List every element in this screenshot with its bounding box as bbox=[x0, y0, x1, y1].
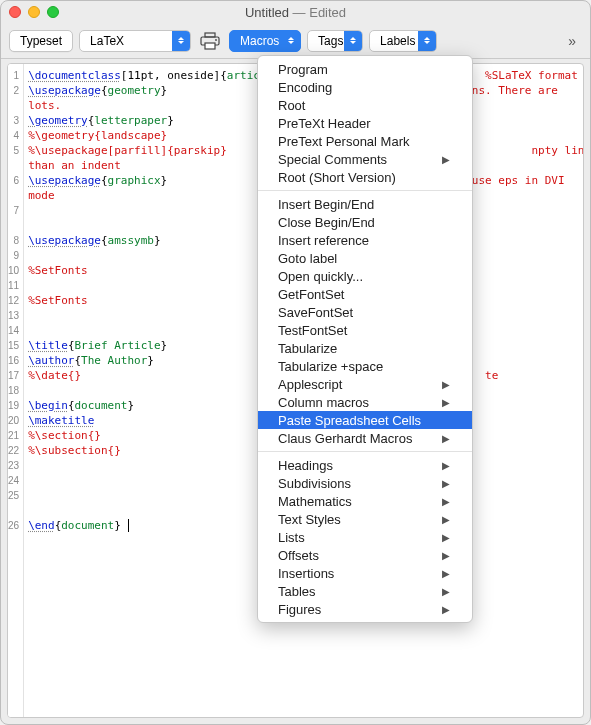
menu-item-label: SaveFontSet bbox=[278, 305, 353, 320]
window-controls bbox=[9, 6, 59, 18]
svg-point-3 bbox=[215, 39, 217, 41]
menu-item-label: Tabularize bbox=[278, 341, 337, 356]
menu-item[interactable]: Encoding bbox=[258, 78, 472, 96]
menu-item[interactable]: Open quickly... bbox=[258, 267, 472, 285]
menu-item[interactable]: Headings▶ bbox=[258, 456, 472, 474]
menu-item-label: Goto label bbox=[278, 251, 337, 266]
menu-item[interactable]: Root (Short Version) bbox=[258, 168, 472, 186]
chevron-updown-icon bbox=[344, 31, 362, 51]
menu-item[interactable]: Lists▶ bbox=[258, 528, 472, 546]
menu-item-label: Column macros bbox=[278, 395, 369, 410]
typeset-button[interactable]: Typeset bbox=[9, 30, 73, 52]
zoom-icon[interactable] bbox=[47, 6, 59, 18]
menu-item-label: Headings bbox=[278, 458, 333, 473]
line-number bbox=[8, 158, 19, 173]
line-number: 6 bbox=[8, 173, 19, 188]
submenu-arrow-icon: ▶ bbox=[442, 397, 450, 408]
menu-item-label: Insert Begin/End bbox=[278, 197, 374, 212]
line-number bbox=[8, 533, 19, 548]
menu-item[interactable]: Goto label bbox=[258, 249, 472, 267]
line-number: 1 bbox=[8, 68, 19, 83]
typeset-label: Typeset bbox=[20, 34, 62, 48]
menu-item[interactable]: Column macros▶ bbox=[258, 393, 472, 411]
line-number: 7 bbox=[8, 203, 19, 218]
line-number: 20 bbox=[8, 413, 19, 428]
menu-item[interactable]: Subdivisions▶ bbox=[258, 474, 472, 492]
menu-item[interactable]: Tabularize bbox=[258, 339, 472, 357]
menu-item[interactable]: SaveFontSet bbox=[258, 303, 472, 321]
menu-item[interactable]: Insertions▶ bbox=[258, 564, 472, 582]
line-number bbox=[8, 218, 19, 233]
menu-item-label: Root bbox=[278, 98, 305, 113]
menu-item[interactable]: Text Styles▶ bbox=[258, 510, 472, 528]
engine-popup[interactable]: LaTeX bbox=[79, 30, 191, 52]
menu-item[interactable]: Applescript▶ bbox=[258, 375, 472, 393]
line-number: 18 bbox=[8, 383, 19, 398]
menu-item[interactable]: Offsets▶ bbox=[258, 546, 472, 564]
minimize-icon[interactable] bbox=[28, 6, 40, 18]
line-number: 8 bbox=[8, 233, 19, 248]
menu-item[interactable]: Figures▶ bbox=[258, 600, 472, 618]
labels-popup[interactable]: Labels bbox=[369, 30, 437, 52]
submenu-arrow-icon: ▶ bbox=[442, 514, 450, 525]
line-number: 11 bbox=[8, 278, 19, 293]
submenu-arrow-icon: ▶ bbox=[442, 379, 450, 390]
menu-item[interactable]: PreTeXt Header bbox=[258, 114, 472, 132]
menu-item-label: Insertions bbox=[278, 566, 334, 581]
printer-icon bbox=[199, 32, 221, 50]
submenu-arrow-icon: ▶ bbox=[442, 532, 450, 543]
menu-item[interactable]: PreText Personal Mark bbox=[258, 132, 472, 150]
menu-item-label: PreTeXt Header bbox=[278, 116, 371, 131]
macros-popup[interactable]: Macros bbox=[229, 30, 301, 52]
tags-label: Tags bbox=[318, 34, 343, 48]
menu-item-label: Text Styles bbox=[278, 512, 341, 527]
menu-item[interactable]: Mathematics▶ bbox=[258, 492, 472, 510]
toolbar-overflow-button[interactable]: » bbox=[562, 33, 582, 49]
toolbar: Typeset LaTeX Macros Tags Labels bbox=[1, 23, 590, 59]
menu-item[interactable]: Insert reference bbox=[258, 231, 472, 249]
chevron-updown-icon bbox=[282, 31, 300, 51]
macros-menu: ProgramEncodingRootPreTeXt HeaderPreText… bbox=[257, 55, 473, 623]
line-number: 24 bbox=[8, 473, 19, 488]
menu-item-label: Applescript bbox=[278, 377, 342, 392]
menu-item[interactable]: Paste Spreadsheet Cells bbox=[258, 411, 472, 429]
line-number: 26 bbox=[8, 518, 19, 533]
menu-item-label: GetFontSet bbox=[278, 287, 344, 302]
menu-item-label: Encoding bbox=[278, 80, 332, 95]
line-number: 3 bbox=[8, 113, 19, 128]
menu-separator bbox=[258, 190, 472, 191]
line-number bbox=[8, 578, 19, 593]
menu-item-label: Mathematics bbox=[278, 494, 352, 509]
close-icon[interactable] bbox=[9, 6, 21, 18]
line-number bbox=[8, 503, 19, 518]
menu-item-label: Open quickly... bbox=[278, 269, 363, 284]
submenu-arrow-icon: ▶ bbox=[442, 154, 450, 165]
menu-item[interactable]: Insert Begin/End bbox=[258, 195, 472, 213]
menu-item[interactable]: Program bbox=[258, 60, 472, 78]
menu-item-label: TestFontSet bbox=[278, 323, 347, 338]
menu-item[interactable]: TestFontSet bbox=[258, 321, 472, 339]
labels-label: Labels bbox=[380, 34, 415, 48]
submenu-arrow-icon: ▶ bbox=[442, 550, 450, 561]
line-number bbox=[8, 638, 19, 653]
menu-item-label: Figures bbox=[278, 602, 321, 617]
tags-popup[interactable]: Tags bbox=[307, 30, 363, 52]
line-number: 10 bbox=[8, 263, 19, 278]
line-number: 17 bbox=[8, 368, 19, 383]
macros-label: Macros bbox=[240, 34, 279, 48]
menu-item[interactable]: GetFontSet bbox=[258, 285, 472, 303]
menu-item[interactable]: Tables▶ bbox=[258, 582, 472, 600]
menu-item[interactable]: Root bbox=[258, 96, 472, 114]
line-number: 23 bbox=[8, 458, 19, 473]
submenu-arrow-icon: ▶ bbox=[442, 586, 450, 597]
line-number: 2 bbox=[8, 83, 19, 98]
menu-item[interactable]: Claus Gerhardt Macros▶ bbox=[258, 429, 472, 447]
menu-item[interactable]: Close Begin/End bbox=[258, 213, 472, 231]
menu-item[interactable]: Tabularize +space bbox=[258, 357, 472, 375]
line-number bbox=[8, 653, 19, 668]
menu-item-label: Special Comments bbox=[278, 152, 387, 167]
chevron-updown-icon bbox=[418, 31, 436, 51]
menu-item[interactable]: Special Comments▶ bbox=[258, 150, 472, 168]
line-number: 21 bbox=[8, 428, 19, 443]
print-button[interactable] bbox=[197, 30, 223, 52]
